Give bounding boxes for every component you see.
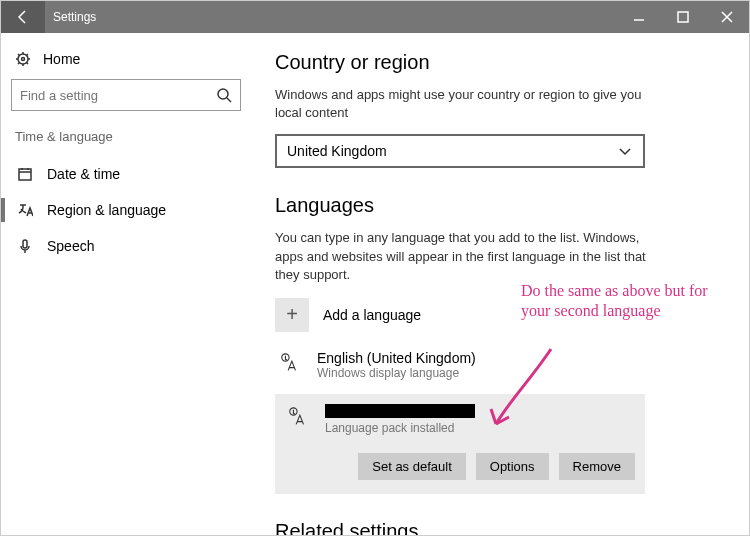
country-select[interactable]: United Kingdom (275, 134, 645, 168)
sidebar-item-label: Date & time (47, 166, 120, 182)
region-desc: Windows and apps might use your country … (275, 86, 655, 122)
language-sub: Language pack installed (325, 421, 475, 435)
language-glyph-icon (279, 352, 301, 374)
languages-desc: You can type in any language that you ad… (275, 229, 655, 284)
language-name: English (United Kingdom) (317, 350, 476, 366)
search-input[interactable] (20, 88, 216, 103)
home-label: Home (43, 51, 80, 67)
language-icon (17, 202, 33, 218)
language-glyph-icon (287, 406, 309, 428)
svg-rect-5 (23, 240, 27, 248)
remove-button[interactable]: Remove (559, 453, 635, 480)
gear-icon (15, 51, 31, 67)
back-button[interactable] (1, 1, 45, 33)
calendar-clock-icon (17, 166, 33, 182)
plus-icon: + (275, 298, 309, 332)
related-heading: Related settings (275, 520, 719, 535)
close-icon (719, 9, 735, 25)
minimize-icon (631, 9, 647, 25)
arrow-left-icon (15, 9, 31, 25)
country-selected: United Kingdom (287, 143, 387, 159)
region-heading: Country or region (275, 51, 719, 74)
set-default-button[interactable]: Set as default (358, 453, 466, 480)
home-button[interactable]: Home (11, 45, 241, 79)
minimize-button[interactable] (617, 1, 661, 33)
sidebar: Home Time & language Date & time Region … (1, 33, 251, 535)
annotation-arrow-icon (481, 339, 561, 439)
titlebar: Settings (1, 1, 749, 33)
sidebar-item-speech[interactable]: Speech (11, 228, 241, 264)
search-box[interactable] (11, 79, 241, 111)
options-button[interactable]: Options (476, 453, 549, 480)
maximize-icon (675, 9, 691, 25)
language-sub: Windows display language (317, 366, 476, 380)
sidebar-item-date-time[interactable]: Date & time (11, 156, 241, 192)
svg-point-3 (218, 89, 228, 99)
sidebar-item-label: Region & language (47, 202, 166, 218)
chevron-down-icon (617, 143, 633, 159)
language-item-expanded[interactable]: Language pack installed Set as default O… (275, 394, 645, 494)
window-title: Settings (53, 10, 617, 24)
add-language-label: Add a language (323, 307, 421, 323)
sidebar-item-label: Speech (47, 238, 94, 254)
annotation-text: Do the same as above but for your second… (521, 281, 721, 321)
search-icon (216, 87, 232, 103)
close-button[interactable] (705, 1, 749, 33)
svg-point-2 (22, 58, 25, 61)
svg-rect-0 (678, 12, 688, 22)
languages-heading: Languages (275, 194, 719, 217)
language-item[interactable]: English (United Kingdom) Windows display… (275, 346, 645, 384)
maximize-button[interactable] (661, 1, 705, 33)
svg-rect-4 (19, 169, 31, 180)
language-name-redacted (325, 404, 475, 418)
sidebar-item-region-language[interactable]: Region & language (11, 192, 241, 228)
microphone-icon (17, 238, 33, 254)
category-label: Time & language (15, 129, 237, 144)
